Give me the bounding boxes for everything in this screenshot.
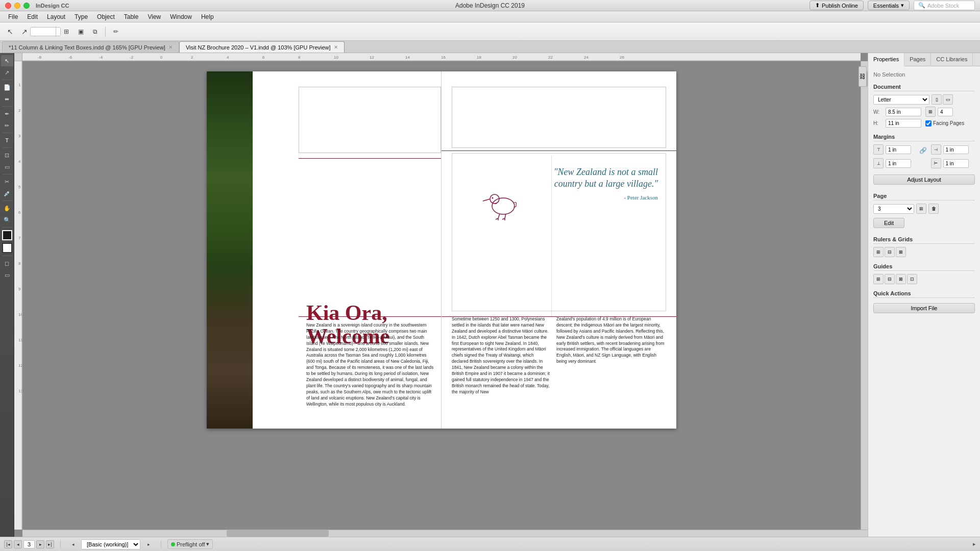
publish-online-button[interactable]: ⬆ Publish Online <box>810 1 864 10</box>
page-option-1[interactable]: ⊞ <box>916 204 926 214</box>
doc-pages-icon[interactable]: ⊞ <box>925 107 936 117</box>
preflight-dropdown[interactable]: Preflight off ▾ <box>167 539 213 549</box>
tool-eyedropper-btn[interactable]: 💉 <box>1 188 13 199</box>
page-number-input[interactable] <box>23 540 35 548</box>
tool-rect-frame-btn[interactable]: ⊡ <box>1 149 13 161</box>
tool-pen-btn[interactable]: ✒ <box>1 108 13 119</box>
style-nav-btn-1[interactable]: ◂ <box>67 538 79 550</box>
rulers-icon-2[interactable]: ⊟ <box>885 247 895 257</box>
panel-tab-cc-libraries[interactable]: CC Libraries <box>931 53 973 66</box>
fill-color[interactable] <box>2 230 12 240</box>
zoom-control: 103.4% <box>39 26 52 38</box>
facing-pages-checkbox[interactable] <box>925 120 932 127</box>
panel-section-margins: Margins ⊤ 🔗 ⊣ ⊥ <box>873 134 975 187</box>
tool-normal-mode[interactable]: ◻ <box>1 258 13 269</box>
document-size-row: Letter A4 Legal ▯ ▭ <box>873 94 975 105</box>
nav-first-btn[interactable]: |◂ <box>4 540 12 548</box>
panel-tab-properties[interactable]: Properties <box>868 53 904 66</box>
tool-scissors-btn[interactable]: ✂ <box>1 176 13 187</box>
import-file-button[interactable]: Import File <box>873 303 975 313</box>
tool-view-options[interactable]: ⊞ <box>60 26 72 38</box>
tool-selection-btn[interactable]: ↖ <box>1 55 13 66</box>
menu-view[interactable]: View <box>143 12 165 21</box>
menu-object[interactable]: Object <box>93 12 119 21</box>
menu-type[interactable]: Type <box>70 12 92 21</box>
menu-help[interactable]: Help <box>197 12 218 21</box>
document-spread: Kia Ora,Welcome New Zealand is a soverei… <box>207 71 676 429</box>
stroke-color[interactable] <box>2 243 12 253</box>
doc-portrait-btn[interactable]: ▯ <box>932 94 942 105</box>
minimize-button[interactable] <box>14 3 20 9</box>
svg-text:2: 2 <box>18 108 21 113</box>
document-canvas[interactable]: Kia Ora,Welcome New Zealand is a soverei… <box>22 61 861 530</box>
menu-edit[interactable]: Edit <box>23 12 42 21</box>
tool-preview-mode[interactable]: ▭ <box>1 269 13 281</box>
rulers-icon-1[interactable]: ⊞ <box>873 247 884 257</box>
svg-text:4: 4 <box>18 159 21 164</box>
nav-last-btn[interactable]: ▸| <box>46 540 54 548</box>
panel-link-icon[interactable]: ⛓ <box>859 66 867 87</box>
margin-top-input[interactable] <box>886 145 911 154</box>
pages-input[interactable] <box>938 108 953 116</box>
right-top-textbox <box>452 87 666 148</box>
menu-layout[interactable]: Layout <box>43 12 69 21</box>
width-input[interactable] <box>886 108 921 116</box>
tool-direct-select[interactable]: ↗ <box>18 26 31 38</box>
tool-gap-btn[interactable]: ⬌ <box>1 93 13 105</box>
style-dropdown[interactable]: [Basic (working)] <box>81 539 140 549</box>
guides-icons: ⊞ ⊟ ⊠ ⊡ <box>873 274 975 284</box>
hscroll-thumb[interactable] <box>227 530 329 537</box>
rulers-icon-3[interactable]: ⊠ <box>896 247 906 257</box>
zoom-input[interactable]: 103.4% <box>30 27 61 36</box>
tool-pencil-btn[interactable]: ✏ <box>1 120 13 131</box>
vertical-scrollbar[interactable] <box>861 61 868 537</box>
nav-next-btn[interactable]: ▸ <box>36 540 44 548</box>
guides-icon-3[interactable]: ⊠ <box>896 274 906 284</box>
margin-left-input[interactable] <box>943 159 969 168</box>
tab-column-linking[interactable]: *11 Column & Linking Text Boxes.indd @ 1… <box>2 41 179 53</box>
edit-button[interactable]: Edit <box>873 218 904 228</box>
essentials-button[interactable]: Essentials ▾ <box>868 1 910 10</box>
maximize-button[interactable] <box>23 3 30 9</box>
document-size-dropdown[interactable]: Letter A4 Legal <box>873 95 929 105</box>
tool-zoom-btn[interactable]: 🔍 <box>1 214 13 226</box>
style-nav-btn-2[interactable]: ▸ <box>142 538 155 550</box>
tool-selection[interactable]: ↖ <box>4 26 16 38</box>
zoom-dropdown-btn[interactable]: 103.4% <box>39 26 52 38</box>
page-option-2[interactable]: 🗑 <box>928 204 939 214</box>
horizontal-scrollbar[interactable] <box>22 530 868 537</box>
tool-type-btn[interactable]: T <box>1 135 13 146</box>
height-input[interactable] <box>886 119 921 128</box>
tool-screen-mode[interactable]: ▣ <box>75 26 87 38</box>
tool-direct-select-btn[interactable]: ↗ <box>1 67 13 78</box>
tab-visit-nz[interactable]: Visit NZ Brochure 2020 – V1.indd @ 103% … <box>179 41 345 53</box>
panel-tab-pages[interactable]: Pages <box>904 53 931 66</box>
margin-bottom-row: ⊥ <box>873 158 918 168</box>
page-number-dropdown[interactable]: 3 1 2 4 <box>873 204 914 214</box>
search-bar[interactable]: 🔍 Adobe Stock <box>914 1 975 10</box>
adjust-layout-button[interactable]: Adjust Layout <box>873 174 975 185</box>
guides-icon-4[interactable]: ⊡ <box>907 274 917 284</box>
tab-close-1[interactable]: ✕ <box>168 44 173 50</box>
tool-hand-btn[interactable]: ✋ <box>1 203 13 214</box>
guides-icon-2[interactable]: ⊟ <box>885 274 895 284</box>
margin-right-input[interactable] <box>943 145 969 154</box>
tab-close-2[interactable]: ✕ <box>334 44 338 50</box>
tool-pencil[interactable]: ✏ <box>110 26 122 38</box>
margin-bottom-input[interactable] <box>886 159 911 168</box>
doc-landscape-btn[interactable]: ▭ <box>943 94 953 105</box>
guides-title: Guides <box>873 263 975 271</box>
margins-link-icon[interactable]: 🔗 <box>919 146 927 155</box>
tool-page-btn[interactable]: 📄 <box>1 82 13 93</box>
close-button[interactable] <box>5 3 11 9</box>
menu-window[interactable]: Window <box>166 12 196 21</box>
svg-text:13: 13 <box>18 389 22 393</box>
svg-text:10: 10 <box>334 55 338 60</box>
tool-arrange[interactable]: ⧉ <box>89 26 101 38</box>
nav-prev-btn[interactable]: ◂ <box>14 540 22 548</box>
menu-table[interactable]: Table <box>120 12 143 21</box>
tool-rect-btn[interactable]: ▭ <box>1 161 13 172</box>
menu-file[interactable]: File <box>4 12 22 21</box>
guides-icon-1[interactable]: ⊞ <box>873 274 884 284</box>
page-section-title: Page <box>873 193 975 201</box>
